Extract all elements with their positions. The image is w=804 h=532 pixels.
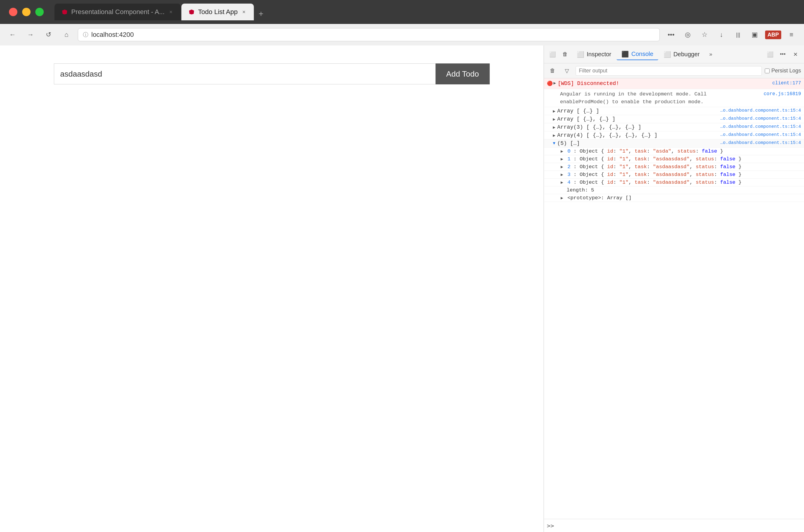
add-todo-button[interactable]: Add Todo [435,63,490,84]
refresh-button[interactable]: ↺ [42,28,55,41]
prototype-expand-icon[interactable]: ▶ [561,196,563,201]
console-line-wds-error: 🔴 ▶ [WDS] Disconnected! client:177 [544,78,804,89]
console-label: Console [631,51,653,57]
angular-info-text: Angular is running in the development mo… [560,90,761,106]
item0-expand-icon[interactable]: ▶ [561,149,563,154]
item2-content: Object { id: "1", task: "asdaasdasd", st… [580,164,742,170]
picker-icon: ⬜ [549,51,556,58]
array2-content: Array [ {…}, {…} ] [557,116,717,122]
tab-console[interactable]: ⬛ Console [617,49,658,60]
devtools-dock-button[interactable]: ⬜ [765,49,776,60]
pocket-button[interactable]: ◎ [681,28,694,41]
devtools-close-button[interactable]: ✕ [790,49,801,60]
angular-icon-tab2 [189,9,194,15]
array1-source[interactable]: …o.dashboard.component.ts:15:4 [717,108,801,113]
item1-content: Object { id: "1", task: "asdaasdasd", st… [580,156,742,162]
item3-expand-icon[interactable]: ▶ [561,172,563,177]
library-button[interactable]: ||| [732,28,745,41]
close-traffic-light[interactable] [9,8,17,16]
forward-button[interactable]: → [24,28,37,41]
minimize-traffic-light[interactable] [22,8,31,16]
tab-debugger[interactable]: ⬜ Debugger [659,49,705,60]
item1-expand-icon[interactable]: ▶ [561,157,563,162]
devtools-more-tabs-button[interactable]: » [705,49,716,60]
array-length: length: 5 [544,186,804,194]
options-icon: ••• [780,51,786,57]
download-button[interactable]: ↓ [715,28,728,41]
persist-logs-label[interactable]: Persist Logs [765,68,801,74]
console-line-angular-info: Angular is running in the development mo… [544,89,804,107]
persist-logs-checkbox[interactable] [765,69,770,73]
abp-badge[interactable]: ABP [765,31,781,39]
trash-console-button[interactable]: 🗑 [547,65,558,77]
library-icon: ||| [736,32,740,38]
array2-expand-icon[interactable]: ▶ [553,116,555,122]
array1-expand-icon[interactable]: ▶ [553,108,555,114]
menu-icon: ≡ [790,31,793,39]
array-item-1: ▶ 1 : Object { id: "1", task: "asdaasdas… [544,155,804,163]
tab-close-inactive[interactable]: ✕ [168,9,174,15]
item0-colon: : [574,148,580,154]
tab-label-inactive: Presentational Component - A... [71,8,165,16]
item4-colon: : [574,179,580,185]
array3-expand-icon[interactable]: ▶ [553,124,555,130]
array4-source[interactable]: …o.dashboard.component.ts:15:4 [717,132,801,137]
back-button[interactable]: ← [6,28,19,41]
expanded-array-collapse-icon[interactable]: ▼ [553,140,555,146]
item3-index: 3 [567,172,571,177]
dock-icon: ⬜ [767,51,773,58]
sidebar-button[interactable]: ▣ [748,28,762,41]
bookmark-button[interactable]: ☆ [698,28,711,41]
inspector-icon: ⬜ [577,51,584,58]
length-label: length: 5 [561,187,594,193]
array-prototype: ▶ <prototype>: Array [] [544,194,804,202]
expanded-array-header: ▼ (5) […] …o.dashboard.component.ts:15:4 [544,139,804,148]
devtools-trash-button[interactable]: 🗑 [559,49,571,60]
tab-inspector[interactable]: ⬜ Inspector [572,49,616,60]
angular-info-source[interactable]: core.js:16819 [761,90,801,97]
item4-expand-icon[interactable]: ▶ [561,180,563,185]
browser-tab-active[interactable]: Todo List App ✕ [181,4,254,20]
more-tabs-icon: » [709,51,712,57]
trash-console-icon: 🗑 [550,68,555,74]
array1-content: Array [ {…} ] [557,108,717,114]
home-button[interactable]: ⌂ [60,28,73,41]
array4-content: Array(4) [ {…}, {…}, {…}, {…} ] [557,132,717,138]
expanded-array-header-text: (5) […] [557,140,717,146]
debugger-label: Debugger [673,51,700,58]
devtools-picker-button[interactable]: ⬜ [547,49,558,60]
devtools-options-button[interactable]: ••• [777,49,788,60]
array-item-2: ▶ 2 : Object { id: "1", task: "asdaasdas… [544,163,804,171]
console-filter-input[interactable] [576,66,762,76]
persist-logs-text: Persist Logs [771,68,801,74]
devtools-toolbar: ⬜ 🗑 ⬜ Inspector ⬛ Console ⬜ [544,45,804,63]
prototype-text: <prototype>: Array [] [567,195,632,201]
array2-source[interactable]: …o.dashboard.component.ts:15:4 [717,116,801,121]
array3-source[interactable]: …o.dashboard.component.ts:15:4 [717,124,801,129]
wds-expand-icon[interactable]: ▶ [554,80,556,87]
item4-index: 4 [567,179,571,185]
console-icon: ⬛ [621,51,629,58]
more-tools-button[interactable]: ••• [665,28,678,41]
home-icon: ⌂ [64,31,68,39]
browser-tab-inactive[interactable]: Presentational Component - A... ✕ [55,4,181,20]
address-bar[interactable]: ⓘ localhost:4200 [78,28,660,41]
back-icon: ← [9,31,16,39]
filter-options-button[interactable]: ▽ [561,65,573,77]
item3-colon: : [574,172,580,177]
error-icon: 🔴 [547,80,554,88]
array4-expand-icon[interactable]: ▶ [553,132,555,138]
menu-button[interactable]: ≡ [785,28,798,41]
close-icon: ✕ [793,51,798,58]
info-icon: ⓘ [83,31,88,38]
todo-input[interactable] [54,63,435,84]
console-input-bar: >> [544,519,804,532]
item2-expand-icon[interactable]: ▶ [561,165,563,169]
item1-colon: : [574,156,580,162]
new-tab-button[interactable]: + [255,7,267,20]
item2-colon: : [574,164,580,170]
tab-close-active[interactable]: ✕ [241,9,247,15]
expanded-array-source[interactable]: …o.dashboard.component.ts:15:4 [717,140,801,146]
wds-error-source[interactable]: client:177 [769,80,801,87]
maximize-traffic-light[interactable] [35,8,44,16]
